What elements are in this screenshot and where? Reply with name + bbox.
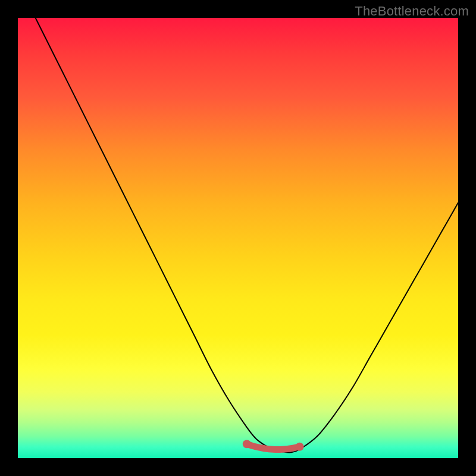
valley-marker-dot-right bbox=[296, 443, 304, 451]
valley-marker-line bbox=[247, 444, 300, 449]
chart-frame: TheBottleneck.com bbox=[0, 0, 476, 476]
plot-area bbox=[18, 18, 458, 458]
watermark-text: TheBottleneck.com bbox=[355, 4, 469, 19]
bottleneck-curve-svg bbox=[18, 18, 458, 458]
bottleneck-curve bbox=[36, 18, 458, 453]
valley-marker-dot-left bbox=[243, 440, 251, 448]
